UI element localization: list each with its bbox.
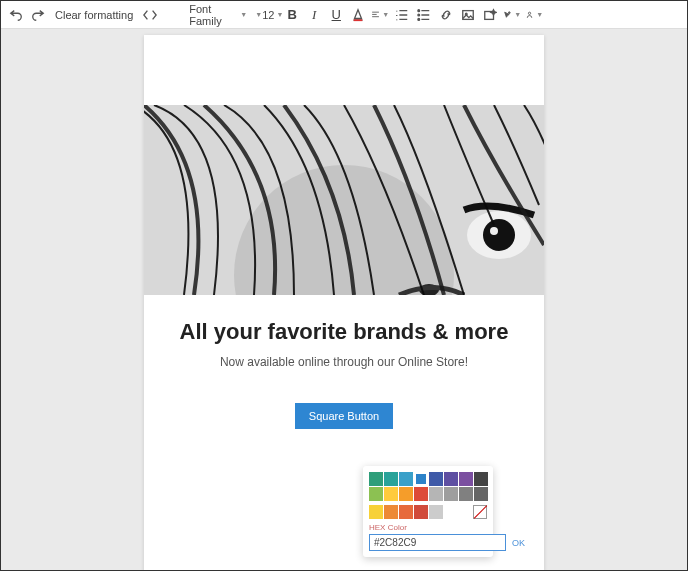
square-button[interactable]: Square Button [295,403,393,429]
color-swatch[interactable] [474,472,488,486]
color-swatch[interactable] [444,505,458,519]
reset-color-icon[interactable] [473,505,487,519]
font-family-label: Font Family [189,3,238,27]
editor-canvas: All your favorite brands & more Now avai… [1,29,687,571]
color-swatch[interactable] [369,487,383,501]
bold-button[interactable]: B [283,6,301,24]
color-swatch-grid [369,472,487,501]
color-picker-popover: HEX Color OK [363,466,493,557]
svg-point-6 [529,12,531,14]
chevron-down-icon: ▼ [240,11,247,18]
color-swatch[interactable] [384,505,398,519]
text-color-icon[interactable] [349,6,367,24]
code-view-icon[interactable] [141,6,159,24]
link-icon[interactable] [437,6,455,24]
color-swatch[interactable] [444,487,458,501]
color-swatch[interactable] [429,505,443,519]
ok-button[interactable]: OK [510,536,527,550]
undo-icon[interactable] [7,6,25,24]
color-swatch[interactable] [474,487,488,501]
font-size-select[interactable]: ▼ 12 ▼ [253,9,279,21]
person-icon[interactable]: ▼ [525,6,543,24]
align-icon[interactable]: ▼ [371,6,389,24]
color-swatch[interactable] [399,472,413,486]
svg-point-0 [418,9,420,11]
sparkle-image-icon[interactable] [481,6,499,24]
color-swatch[interactable] [384,472,398,486]
italic-button[interactable]: I [305,6,323,24]
color-swatch[interactable] [399,487,413,501]
ordered-list-icon[interactable] [393,6,411,24]
font-size-value: 12 [262,9,274,21]
color-swatch[interactable] [399,505,413,519]
headline-text[interactable]: All your favorite brands & more [144,319,544,345]
color-swatch[interactable] [369,472,383,486]
redo-icon[interactable] [29,6,47,24]
color-swatch[interactable] [429,472,443,486]
svg-point-10 [483,219,515,251]
svg-point-1 [418,14,420,16]
color-swatch[interactable] [384,487,398,501]
color-swatch[interactable] [414,505,428,519]
font-family-select[interactable]: Font Family ▼ [187,3,249,27]
color-swatch[interactable] [429,487,443,501]
color-swatch[interactable] [444,472,458,486]
underline-button[interactable]: U [327,6,345,24]
cursor-sparkle-icon[interactable]: ▼ [503,6,521,24]
hex-input[interactable] [369,534,506,551]
svg-point-2 [418,18,420,20]
chevron-down-icon: ▼ [255,11,262,18]
image-icon[interactable] [459,6,477,24]
color-swatch[interactable] [414,487,428,501]
color-swatch[interactable] [414,472,428,486]
svg-point-11 [490,227,498,235]
subheadline-text[interactable]: Now available online through our Online … [144,355,544,369]
hex-label: HEX Color [369,523,487,532]
svg-rect-3 [463,10,474,19]
clear-formatting-button[interactable]: Clear formatting [51,9,137,21]
color-swatch[interactable] [459,472,473,486]
unordered-list-icon[interactable] [415,6,433,24]
hero-image[interactable] [144,105,544,295]
color-swatch[interactable] [459,487,473,501]
color-swatch[interactable] [369,505,383,519]
toolbar: Clear formatting Font Family ▼ ▼ 12 ▼ B … [1,1,687,29]
